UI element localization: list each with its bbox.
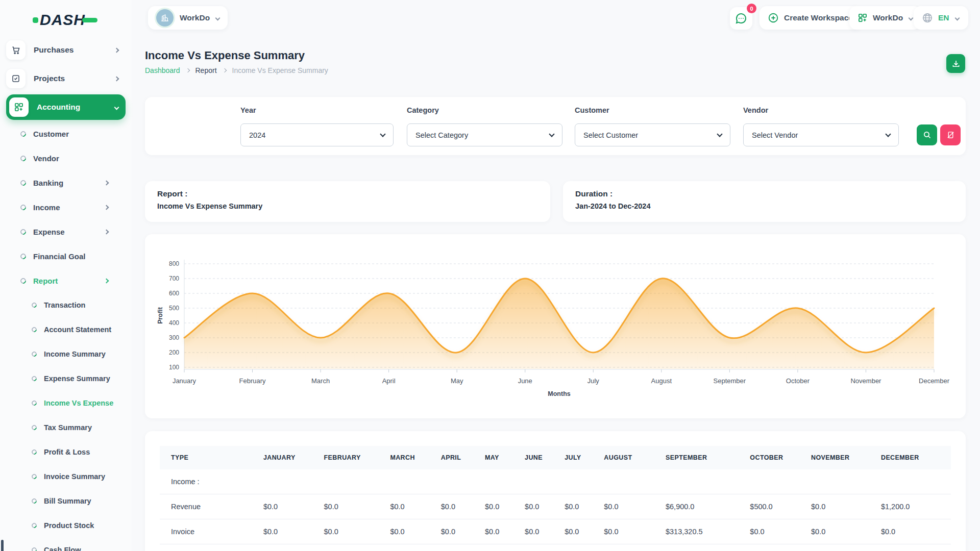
breadcrumb-dashboard[interactable]: Dashboard <box>145 66 180 74</box>
svg-text:800: 800 <box>169 260 179 267</box>
column-header-february: FEBRUARY <box>324 446 390 469</box>
breadcrumb-report[interactable]: Report <box>195 66 217 74</box>
bullet-ring-icon <box>31 473 38 480</box>
svg-text:October: October <box>786 377 810 385</box>
download-report-button[interactable] <box>946 54 965 73</box>
sidebar-item-vendor[interactable]: Vendor <box>20 151 126 166</box>
cell-value: $0.0 <box>441 519 485 544</box>
sidebar-item-profit-loss[interactable]: Profit & Loss <box>32 444 126 460</box>
sidebar-item-income-summary[interactable]: Income Summary <box>32 346 126 362</box>
report-value: Income Vs Expense Summary <box>157 202 262 210</box>
year-select-value: 2024 <box>249 131 265 139</box>
sidebar-item-label: Income <box>33 203 60 212</box>
sidebar-item-label: Invoice Summary <box>44 472 105 481</box>
sidebar-item-report[interactable]: Report <box>20 273 126 288</box>
chevron-down-icon <box>909 15 914 20</box>
table-row-invoice: Invoice$0.0$0.0$0.0$0.0$0.0$0.0$0.0$0.0$… <box>160 519 951 544</box>
sidebar-item-financial-goal[interactable]: Financial Goal <box>20 248 126 264</box>
cart-icon <box>6 40 26 60</box>
svg-text:700: 700 <box>169 275 179 282</box>
table-group-label: Expense : <box>160 544 951 551</box>
bullet-ring-icon <box>31 424 38 431</box>
category-select-value: Select Category <box>415 131 468 139</box>
cell-value: $0.0 <box>324 494 390 519</box>
sidebar-item-expense[interactable]: Expense <box>20 224 126 239</box>
svg-text:March: March <box>311 377 330 385</box>
sidebar-scrollbar[interactable] <box>1 540 4 551</box>
cell-value: $0.0 <box>390 494 440 519</box>
brand-logo[interactable]: DASH <box>33 11 97 29</box>
sidebar-item-label: Banking <box>33 179 63 187</box>
sidebar-item-projects[interactable]: Projects <box>6 67 126 90</box>
column-header-october: OCTOBER <box>750 446 811 469</box>
sidebar-item-label: Tax Summary <box>44 423 92 432</box>
cell-value: $6,900.0 <box>666 494 750 519</box>
chat-bubble-icon <box>735 12 747 24</box>
cell-value: $0.0 <box>441 494 485 519</box>
chevron-right-icon <box>104 180 109 185</box>
year-select[interactable]: 2024 <box>240 123 394 146</box>
building-icon <box>160 13 169 22</box>
category-select[interactable]: Select Category <box>407 123 562 146</box>
row-type: Revenue <box>160 494 263 519</box>
vendor-select[interactable]: Select Vendor <box>743 123 899 146</box>
create-workspace-button[interactable]: Create Workspace <box>760 6 861 30</box>
sidebar-item-bill-summary[interactable]: Bill Summary <box>32 493 126 509</box>
sidebar-item-tax-summary[interactable]: Tax Summary <box>32 420 126 435</box>
table-group-label: Income : <box>160 469 951 494</box>
sidebar-item-cash-flow[interactable]: Cash Flow <box>32 542 126 551</box>
sidebar-item-expense-summary[interactable]: Expense Summary <box>32 371 126 386</box>
sidebar-item-label: Report <box>33 277 58 285</box>
sidebar-item-account-statement[interactable]: Account Statement <box>32 322 126 337</box>
sidebar-item-purchases[interactable]: Purchases <box>6 39 126 61</box>
sidebar-item-product-stock[interactable]: Product Stock <box>32 518 126 533</box>
report-label: Report : <box>157 189 187 198</box>
sidebar-item-label: Customer <box>33 130 69 138</box>
chevron-right-icon <box>222 68 226 72</box>
svg-text:August: August <box>651 377 672 385</box>
cell-value: $0.0 <box>390 519 440 544</box>
duration-label: Duration : <box>575 189 612 198</box>
sidebar-item-accounting[interactable]: Accounting <box>6 94 126 120</box>
cell-value: $1,200.0 <box>881 494 951 519</box>
bullet-ring-icon <box>19 203 27 211</box>
apply-filter-button[interactable] <box>917 124 937 145</box>
language-selector[interactable]: EN <box>914 6 968 30</box>
cell-value: $500.0 <box>750 494 811 519</box>
sidebar-item-label: Expense <box>33 228 65 236</box>
sidebar-item-label: Profit & Loss <box>44 448 90 456</box>
chevron-down-icon <box>215 15 220 20</box>
workspace-switcher[interactable]: WorkDo <box>148 6 228 30</box>
search-icon <box>923 131 932 139</box>
sidebar-item-label: Accounting <box>37 103 80 112</box>
cell-value: $0.0 <box>485 519 525 544</box>
svg-text:500: 500 <box>169 305 179 312</box>
cell-value: $0.0 <box>485 494 525 519</box>
chevron-right-icon <box>104 278 109 283</box>
sidebar-item-transaction[interactable]: Transaction <box>32 297 126 313</box>
sidebar-item-label: Vendor <box>33 154 59 163</box>
column-header-december: DECEMBER <box>881 446 951 469</box>
cell-value: $0.0 <box>811 494 881 519</box>
grid-plus-icon <box>857 13 868 23</box>
year-label: Year <box>240 106 256 114</box>
customer-select[interactable]: Select Customer <box>575 123 730 146</box>
sidebar-item-customer[interactable]: Customer <box>20 126 126 141</box>
svg-text:November: November <box>850 377 881 385</box>
sidebar-item-invoice-summary[interactable]: Invoice Summary <box>32 469 126 484</box>
workdo-menu-button[interactable]: WorkDo <box>849 6 921 30</box>
reset-filter-button[interactable] <box>940 124 961 145</box>
table-row-revenue: Revenue$0.0$0.0$0.0$0.0$0.0$0.0$0.0$0.0$… <box>160 494 951 519</box>
messages-button[interactable]: 0 <box>730 7 752 30</box>
cell-value: $0.0 <box>750 519 811 544</box>
sidebar-item-income-vs-expense[interactable]: Income Vs Expense <box>32 395 126 411</box>
sidebar-item-banking[interactable]: Banking <box>20 175 126 190</box>
svg-text:February: February <box>239 377 266 385</box>
bullet-ring-icon <box>31 448 38 456</box>
sidebar-item-income[interactable]: Income <box>20 199 126 215</box>
create-workspace-label: Create Workspace <box>784 13 853 22</box>
svg-text:June: June <box>518 377 532 385</box>
download-icon <box>951 59 961 68</box>
svg-text:600: 600 <box>169 290 179 297</box>
column-header-november: NOVEMBER <box>811 446 881 469</box>
